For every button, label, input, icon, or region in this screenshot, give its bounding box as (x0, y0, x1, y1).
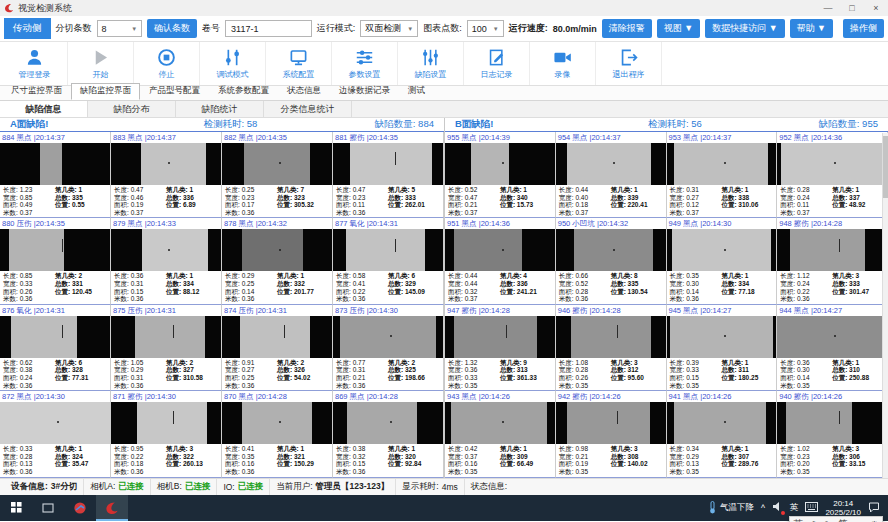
defect-image (667, 402, 777, 444)
clear-alarm-button[interactable]: 清除报警 (602, 19, 652, 38)
defect-metadata: 长度: 0.98 宽度: 0.21 面积: 0.19 米数: 0.35 第几类:… (556, 444, 666, 476)
tab-1[interactable]: 缺陷监控界面 (71, 83, 140, 100)
exit-program-button[interactable]: 退出程序 (596, 42, 662, 85)
touch-keyboard-icon[interactable] (805, 502, 818, 514)
defect-cell[interactable]: 869 黑点 |20:14:28 长度: 0.38 宽度: 0.32 面积: 0… (333, 391, 444, 477)
defect-cell-header: 947 擦伤 |20:14:28 (445, 305, 555, 316)
defect-metadata: 长度: 0.36 宽度: 0.30 面积: 0.14 米数: 0.35 第几类:… (777, 358, 887, 390)
defect-cell[interactable]: 954 黑点 |20:14:37 长度: 0.44 宽度: 0.40 面积: 0… (556, 132, 667, 218)
vertical-sliders-icon (223, 48, 242, 67)
record-video-button[interactable]: 录像 (530, 42, 596, 85)
defect-cell[interactable]: 871 擦伤 |20:14:30 长度: 0.95 宽度: 0.22 面积: 0… (111, 391, 222, 477)
defect-cell[interactable]: 875 压伤 |20:14:31 长度: 1.05 宽度: 0.29 面积: 0… (111, 305, 222, 391)
defect-cell[interactable]: 943 黑点 |20:14:26 长度: 0.42 宽度: 0.37 面积: 0… (445, 391, 556, 477)
defect-cell[interactable]: 955 黑点 |20:14:39 长度: 0.52 宽度: 0.47 面积: 0… (445, 132, 556, 218)
volume-icon[interactable] (772, 501, 783, 514)
defect-image (445, 316, 555, 358)
tab-0[interactable]: 尺寸监控界面 (2, 83, 71, 100)
defect-cell[interactable]: 873 压伤 |20:14:30 长度: 0.77 宽度: 0.31 面积: 0… (333, 305, 444, 391)
defect-cell[interactable]: 952 黑点 |20:14:36 长度: 0.28 宽度: 0.24 面积: 0… (777, 132, 888, 218)
weather-widget[interactable]: 气温下降 (708, 501, 754, 514)
start-button[interactable] (0, 495, 32, 521)
subtab-3[interactable]: 分类信息统计 (264, 101, 352, 117)
ime-moon-icon[interactable]: ☽ (809, 519, 818, 522)
defect-settings-button[interactable]: 缺陷设置 (398, 42, 464, 85)
app-icon-red (73, 501, 87, 515)
defect-cell[interactable]: 948 擦伤 |20:14:28 长度: 1.12 宽度: 0.24 面积: 0… (777, 218, 888, 304)
defect-cell[interactable]: 949 黑点 |20:14:30 长度: 0.35 宽度: 0.30 面积: 0… (667, 218, 778, 304)
ime-language-indicator[interactable]: 英 (790, 502, 799, 514)
defect-cell[interactable]: 878 黑点 |20:14:32 长度: 0.29 宽度: 0.25 面积: 0… (222, 218, 333, 304)
stop-button[interactable]: 停止 (134, 42, 200, 85)
slit-count-select[interactable]: 8▼ (97, 20, 143, 37)
defect-cell[interactable]: 942 擦伤 |20:14:26 长度: 0.98 宽度: 0.21 面积: 0… (556, 391, 667, 477)
defect-cell[interactable]: 946 擦伤 |20:14:28 长度: 1.08 宽度: 0.28 面积: 0… (556, 305, 667, 391)
action-center-icon[interactable] (868, 501, 880, 515)
admin-login-button[interactable]: 管理登录 (2, 42, 68, 85)
data-quick-access-button[interactable]: 数据快捷访问 ▼ (705, 19, 784, 38)
ime-pen-icon[interactable]: ✎ (824, 519, 832, 522)
operator-side-button[interactable]: 操作侧 (843, 19, 884, 38)
defect-cell[interactable]: 879 黑点 |20:14:33 长度: 0.36 宽度: 0.31 面积: 0… (111, 218, 222, 304)
defect-cell[interactable]: 940 擦伤 |20:14:26 长度: 1.02 宽度: 0.23 面积: 0… (777, 391, 888, 477)
maximize-button[interactable]: □ (840, 0, 864, 16)
taskbar-app-1[interactable] (64, 495, 96, 521)
subtab-1[interactable]: 缺陷分布 (88, 101, 176, 117)
tab-4[interactable]: 状态信息 (278, 83, 330, 100)
system-config-button[interactable]: 系统配置 (266, 42, 332, 85)
subtab-2[interactable]: 缺陷统计 (176, 101, 264, 117)
close-button[interactable]: × (864, 0, 888, 16)
defect-cell[interactable]: 953 黑点 |20:14:37 长度: 0.31 宽度: 0.27 面积: 0… (667, 132, 778, 218)
defect-cell[interactable]: 883 黑点 |20:14:37 长度: 0.47 宽度: 0.46 面积: 0… (111, 132, 222, 218)
help-menu-button[interactable]: 帮助 ▼ (790, 19, 833, 38)
roll-number-input[interactable]: 3117-1 (225, 20, 312, 37)
defect-cell[interactable]: 950 小凹坑 |20:14:32 长度: 0.66 宽度: 0.52 面积: … (556, 218, 667, 304)
ime-simplified-mode[interactable]: 简 (838, 518, 848, 522)
view-menu-button[interactable]: 视图 ▼ (657, 19, 700, 38)
confirm-count-button[interactable]: 确认条数 (147, 19, 197, 38)
log-record-button[interactable]: 日志记录 (464, 42, 530, 85)
current-user-label: 当前用户: (276, 481, 312, 493)
display-time-label: 显示耗时: (402, 481, 438, 493)
panel-b-detect-time: 检测耗时: 56 (599, 118, 751, 131)
ime-english-mode[interactable]: 英 (793, 518, 803, 522)
ime-toolbar[interactable]: 英☽✎简☺⚙ (789, 516, 883, 522)
taskbar-clock[interactable]: 20:14 2025/2/10 (825, 499, 861, 517)
tab-5[interactable]: 边缘数据记录 (330, 83, 399, 100)
subtab-0[interactable]: 缺陷信息 (0, 101, 88, 117)
defect-cell[interactable]: 881 擦伤 |20:14:35 长度: 0.47 宽度: 0.23 面积: 0… (333, 132, 444, 218)
tab-3[interactable]: 系统参数配置 (209, 83, 278, 100)
tab-6[interactable]: 测试 (399, 83, 434, 100)
defect-cell[interactable]: 874 压伤 |20:14:31 长度: 0.91 宽度: 0.27 面积: 0… (222, 305, 333, 391)
defect-cell[interactable]: 876 氧化 |20:14:31 长度: 0.62 宽度: 0.38 面积: 0… (0, 305, 111, 391)
ime-emoji-icon[interactable]: ☺ (854, 519, 864, 522)
tray-expand-chevron[interactable]: ^ (761, 503, 765, 513)
tab-2[interactable]: 产品型号配置 (140, 83, 209, 100)
start-button[interactable]: 开始 (68, 42, 134, 85)
defect-cell[interactable]: 951 黑点 |20:14:36 长度: 0.44 宽度: 0.44 面积: 0… (445, 218, 556, 304)
defect-cell[interactable]: 877 氧化 |20:14:31 长度: 0.58 宽度: 0.41 面积: 0… (333, 218, 444, 304)
debug-mode-button[interactable]: 调试模式 (200, 42, 266, 85)
defect-cell[interactable]: 872 黑点 |20:14:30 长度: 0.33 宽度: 0.28 面积: 0… (0, 391, 111, 477)
minimize-button[interactable]: — (816, 0, 840, 16)
clock-time: 20:14 (825, 499, 861, 508)
run-mode-select[interactable]: 双面检测▼ (360, 20, 418, 37)
defect-cell[interactable]: 941 黑点 |20:14:26 长度: 0.34 宽度: 0.29 面积: 0… (667, 391, 778, 477)
vertical-scrollbar[interactable] (882, 133, 888, 478)
defect-cell[interactable]: 884 黑点 |20:14:37 长度: 1.23 宽度: 0.85 面积: 0… (0, 132, 111, 218)
defect-metadata: 长度: 0.95 宽度: 0.22 面积: 0.18 米数: 0.36 第几类:… (111, 444, 221, 476)
defect-mark (284, 325, 285, 338)
defect-cell[interactable]: 880 压伤 |20:14:35 长度: 0.85 宽度: 0.33 面积: 0… (0, 218, 111, 304)
defect-cell[interactable]: 945 黑点 |20:14:27 长度: 0.39 宽度: 0.33 面积: 0… (667, 305, 778, 391)
defect-cell[interactable]: 870 黑点 |20:14:28 长度: 0.41 宽度: 0.35 面积: 0… (222, 391, 333, 477)
defect-cell[interactable]: 944 黑点 |20:14:27 长度: 0.36 宽度: 0.30 面积: 0… (777, 305, 888, 391)
chart-points-select[interactable]: 100▼ (467, 20, 504, 37)
task-view-button[interactable] (32, 495, 64, 521)
taskbar-app-2-active[interactable] (96, 495, 128, 521)
defect-cell[interactable]: 882 黑点 |20:14:35 长度: 0.25 宽度: 0.23 面积: 0… (222, 132, 333, 218)
parameter-settings-button[interactable]: 参数设置 (332, 42, 398, 85)
ime-settings-icon[interactable]: ⚙ (870, 519, 879, 522)
scrollbar-thumb[interactable] (883, 136, 888, 198)
defect-cell-header: 876 氧化 |20:14:31 (0, 305, 110, 316)
defect-cell[interactable]: 947 擦伤 |20:14:28 长度: 1.32 宽度: 0.36 面积: 0… (445, 305, 556, 391)
